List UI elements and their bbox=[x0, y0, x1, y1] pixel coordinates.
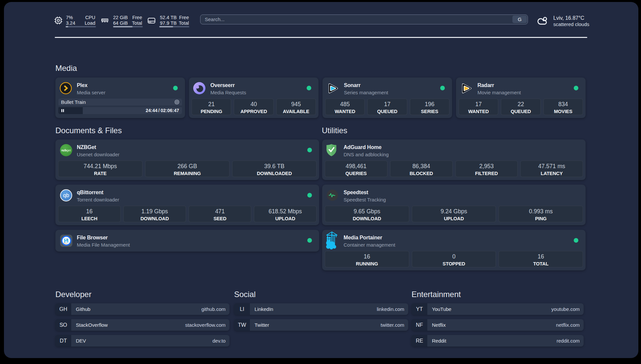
svg-text:nzbget: nzbget bbox=[61, 149, 71, 152]
svg-text:qb: qb bbox=[63, 192, 69, 198]
